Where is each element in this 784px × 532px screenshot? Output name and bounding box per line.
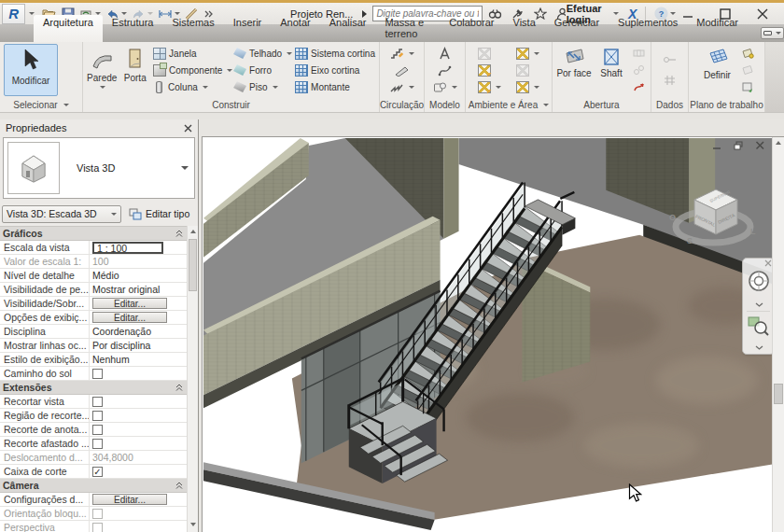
scroll-up-icon[interactable] — [190, 230, 196, 233]
properties-header[interactable]: Propriedades — [0, 119, 198, 136]
checkbox[interactable] — [92, 425, 103, 435]
abertura-vertical-button[interactable] — [630, 62, 648, 78]
texto-modelo-button[interactable] — [435, 45, 455, 62]
eixo-button[interactable] — [661, 72, 679, 89]
telhado-button[interactable]: Telhado — [231, 45, 292, 62]
view-close-icon[interactable] — [755, 141, 768, 154]
janela-button[interactable]: Janela — [150, 45, 231, 62]
navigation-bar[interactable] — [742, 258, 775, 355]
identificar-area-button[interactable] — [513, 78, 542, 95]
selector-caret-icon[interactable] — [181, 166, 189, 170]
section-collapse-icon[interactable] — [175, 228, 183, 239]
componente-button[interactable]: Componente — [150, 62, 231, 78]
tab-analisar[interactable]: Analisar — [320, 15, 376, 42]
panel-label-modelo[interactable]: Modelo — [425, 98, 465, 112]
panel-label-construir[interactable]: Construir — [83, 98, 379, 112]
panel-label-plano[interactable]: Plano de trabalho — [689, 98, 764, 112]
montante-button[interactable]: Montante — [292, 78, 378, 95]
zoom-button[interactable] — [743, 313, 776, 354]
por-face-button[interactable]: Por face — [555, 44, 593, 96]
tab-anotar[interactable]: Anotar — [271, 15, 319, 42]
tab-colaborar[interactable]: Colaborar — [440, 15, 503, 42]
ambiente-button[interactable] — [475, 45, 504, 62]
corrimao-button[interactable] — [387, 78, 417, 95]
property-value-cell: Nenhum — [90, 353, 173, 366]
forro-button[interactable]: Forro — [231, 62, 292, 78]
shaft-button[interactable]: Shaft — [593, 44, 630, 96]
limite-area-button[interactable] — [513, 62, 542, 78]
selecionar-caret-icon — [63, 104, 69, 106]
edit-type-button[interactable]: Editar tipo — [125, 206, 193, 222]
view-minimize-icon[interactable] — [712, 141, 725, 154]
eixo-cortina-button[interactable]: Eixo cortina — [292, 62, 378, 78]
close-button[interactable] — [756, 7, 769, 21]
panel-label-circulacao[interactable]: Circulação — [380, 98, 424, 112]
separador-ambiente-button[interactable] — [475, 62, 504, 78]
tab-suplementos[interactable]: Suplementos — [609, 15, 687, 42]
window-icon — [153, 48, 166, 60]
plano-ref-button[interactable] — [738, 78, 757, 95]
edit-button[interactable]: Editar... — [92, 494, 167, 505]
viewcube[interactable]: S L O FRONTAL DIREITA SUPERIOR — [666, 175, 760, 256]
sistema-cortina-button[interactable]: Sistema cortina — [292, 45, 378, 62]
piso-button[interactable]: Piso — [231, 78, 292, 95]
tab-estrutura[interactable]: Estrutura — [103, 15, 163, 42]
ribbon-display-toggle[interactable] — [761, 27, 784, 39]
scroll-down-icon[interactable] — [190, 523, 196, 526]
properties-scroll-thumb[interactable] — [189, 239, 197, 291]
checkbox[interactable] — [92, 411, 103, 421]
compass-east-label[interactable]: L — [750, 227, 756, 236]
ribbon-tab-row: ArquiteturaEstruturaSistemasInserirAnota… — [0, 24, 784, 42]
tab-sistemas[interactable]: Sistemas — [162, 15, 223, 42]
grupo-modelo-button[interactable] — [430, 78, 460, 95]
close-properties-icon[interactable] — [184, 124, 192, 133]
checkbox[interactable]: ✓ — [92, 467, 103, 477]
edit-button[interactable]: Editar... — [92, 298, 167, 309]
panel-label-ambiente[interactable]: Ambiente e Área — [466, 98, 552, 112]
modify-button[interactable]: Modificar — [4, 44, 58, 96]
panel-label-abertura[interactable]: Abertura — [553, 98, 651, 112]
section-collapse-icon[interactable] — [175, 480, 183, 491]
panel-label-selecionar[interactable]: Selecionar — [0, 98, 82, 112]
view-scrollbar[interactable] — [772, 137, 784, 532]
view-scroll-thumb[interactable] — [774, 384, 783, 404]
parede-button[interactable]: Parede — [84, 44, 119, 96]
visualizador-plano-button[interactable] — [738, 62, 757, 78]
compass-south-label[interactable]: S — [687, 236, 693, 245]
tab-massa-e-terreno[interactable]: Massa e terreno — [375, 15, 440, 42]
properties-scrollbar[interactable] — [187, 226, 198, 532]
tab-gerenciar[interactable]: Gerenciar — [545, 15, 609, 42]
tab-vista[interactable]: Vista — [504, 15, 545, 42]
view-scroll-up-icon[interactable] — [776, 141, 781, 145]
abertura-parede-button[interactable] — [630, 45, 648, 62]
panel-label-dados[interactable]: Dados — [651, 98, 688, 112]
tab-arquitetura[interactable]: Arquitetura — [34, 15, 103, 42]
identificar-ambiente-button[interactable] — [475, 78, 504, 95]
area-button[interactable] — [513, 45, 542, 62]
checkbox[interactable] — [92, 439, 103, 449]
view-type-combo[interactable]: Vista 3D: Escada 3D — [2, 205, 121, 223]
edit-button[interactable]: Editar... — [92, 312, 167, 323]
rampa-button[interactable] — [392, 62, 412, 78]
checkbox[interactable] — [92, 397, 103, 407]
coluna-button[interactable]: Coluna — [150, 78, 231, 95]
linhas-modelo-button[interactable] — [435, 62, 455, 78]
view-restore-icon[interactable] — [734, 141, 747, 154]
escada-button[interactable] — [387, 45, 417, 62]
porta-button[interactable]: Porta — [119, 44, 150, 96]
compass-west-label[interactable]: O — [669, 213, 676, 222]
navbar-close-icon[interactable] — [764, 259, 772, 267]
mostrar-plano-button[interactable] — [738, 45, 757, 62]
section-collapse-icon[interactable] — [175, 382, 183, 393]
nivel-button[interactable] — [660, 51, 679, 68]
definir-button[interactable]: Definir — [697, 44, 738, 96]
tab-modificar[interactable]: Modificar — [687, 15, 748, 42]
roof-icon — [233, 48, 246, 60]
value-input[interactable]: 1 : 100 — [92, 242, 163, 254]
checkbox[interactable] — [92, 369, 103, 379]
application-menu-button[interactable]: R — [2, 4, 25, 24]
tab-inserir[interactable]: Inserir — [224, 15, 272, 42]
type-selector[interactable]: Vista 3D — [3, 137, 195, 199]
abertura-agua-furtada-button[interactable] — [630, 78, 648, 95]
property-value-cell: Por disciplina — [90, 339, 173, 352]
